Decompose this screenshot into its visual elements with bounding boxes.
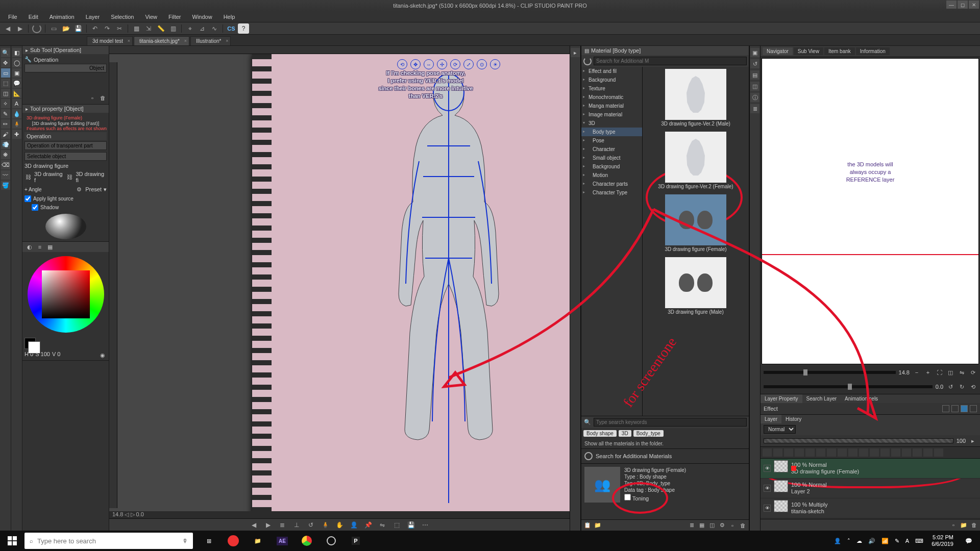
wand-tool-icon[interactable]: ✧ xyxy=(1,99,10,108)
layerprop-tab[interactable]: Layer Property xyxy=(761,394,802,403)
tray-up-icon[interactable]: ˄ xyxy=(847,538,850,544)
obj-body-icon[interactable]: 👤 xyxy=(348,520,360,530)
new-raster-icon[interactable] xyxy=(859,448,868,457)
nav-tab[interactable]: Item bank xyxy=(824,47,855,55)
refresh-icon[interactable] xyxy=(583,57,592,65)
snap-icon[interactable]: ⌖ xyxy=(184,23,195,34)
layer-row[interactable]: 👁100 % NormalLayer 1 xyxy=(761,518,980,519)
tree-node[interactable]: Small object xyxy=(581,154,642,162)
obj-reset-icon[interactable]: ↺ xyxy=(305,520,317,530)
obj-pose-icon[interactable]: 🧍 xyxy=(319,520,331,530)
lock-trans-icon[interactable] xyxy=(763,448,772,457)
paste-material-icon[interactable]: 📋 xyxy=(583,521,592,530)
snap2-icon[interactable]: ⊿ xyxy=(197,23,208,34)
doc-tab[interactable]: Illustration*× xyxy=(190,36,231,45)
undo-icon[interactable]: ↶ xyxy=(89,23,101,34)
layerprop-tab[interactable]: Animation cels xyxy=(841,394,882,403)
layer-row[interactable]: 👁100 % NormalLayer 2 xyxy=(761,479,980,498)
toolbar-back-icon[interactable]: ◀ xyxy=(2,23,13,34)
layer-visibility-icon[interactable]: 👁 xyxy=(764,485,771,492)
doc-tab[interactable]: 3d model test× xyxy=(87,36,133,45)
layerpanel-tab[interactable]: History xyxy=(781,415,805,423)
material-thumb[interactable]: 3D drawing figure (Female) xyxy=(645,194,747,253)
pencil-tool-icon[interactable]: ✏ xyxy=(1,119,10,129)
tray-lang[interactable]: A xyxy=(905,538,909,544)
clip-studio-paint-icon[interactable]: P xyxy=(344,531,368,551)
tree-node[interactable]: Effect and fil xyxy=(581,67,642,76)
layer-color-icon[interactable] xyxy=(838,448,847,457)
tree-node[interactable]: Background xyxy=(581,76,642,84)
after-effects-icon[interactable]: AE xyxy=(271,531,294,551)
nav-tab[interactable]: Sub View xyxy=(794,47,823,55)
obj-model-icon[interactable]: ⬚ xyxy=(390,520,403,530)
material-thumb[interactable]: 3D drawing figure (Male) xyxy=(645,257,747,316)
color-slider-tab-icon[interactable]: ≡ xyxy=(36,243,44,251)
draft-icon[interactable] xyxy=(805,448,815,457)
additional-search-row[interactable]: Search for Additional Materials xyxy=(581,448,749,463)
clip-studio-launcher-icon[interactable] xyxy=(320,531,343,551)
shadow-checkbox[interactable] xyxy=(32,204,38,211)
auto-action-icon[interactable]: ▤ xyxy=(750,70,760,80)
fill-tool-icon[interactable]: 🪣 xyxy=(1,181,10,190)
layer-move-icon[interactable]: ⬚ xyxy=(1,79,10,88)
tree-node[interactable]: Character parts xyxy=(581,180,642,188)
subtool-del-icon[interactable]: 🗑 xyxy=(99,94,107,102)
tree-node[interactable]: Character Type xyxy=(581,188,642,197)
taskbar-search[interactable]: ⌕ 🎙 xyxy=(24,533,193,549)
menu-view[interactable]: View xyxy=(140,13,162,21)
tree-node[interactable]: 3D xyxy=(581,119,642,128)
3d-tool-icon[interactable]: 🧍 xyxy=(12,119,21,129)
obj-next-icon[interactable]: ▶ xyxy=(262,520,274,530)
obj-hand-icon[interactable]: ✋ xyxy=(333,520,346,530)
opera-icon[interactable] xyxy=(222,531,245,551)
tree-node[interactable]: Manga material xyxy=(581,102,642,110)
effect-layer-color-icon[interactable] xyxy=(961,405,968,412)
preset-label[interactable]: Preset xyxy=(85,186,102,192)
tree-node[interactable]: Motion xyxy=(581,171,642,180)
obj-prev-icon[interactable]: ◀ xyxy=(248,520,260,530)
obj-more-icon[interactable]: ⋯ xyxy=(419,520,431,530)
new-material-icon[interactable]: ▫ xyxy=(728,521,737,530)
effect-extract-icon[interactable] xyxy=(970,405,977,412)
view-list-icon[interactable]: ≣ xyxy=(688,521,696,530)
material-tag[interactable]: Body_type xyxy=(633,430,664,437)
window-close-button[interactable]: ✕ xyxy=(969,1,979,9)
menu-layer[interactable]: Layer xyxy=(81,13,105,21)
link2-icon[interactable]: ⛓ xyxy=(66,173,74,181)
mask-icon[interactable] xyxy=(913,448,922,457)
transform-icon[interactable]: ⇲ xyxy=(143,23,154,34)
tray-volume-icon[interactable]: 🔊 xyxy=(868,538,875,544)
folder-icon[interactable]: 📁 xyxy=(594,521,602,530)
tree-node[interactable]: Background xyxy=(581,162,642,171)
layer-row[interactable]: 👁100 % Normal3D drawing figure (Female) xyxy=(761,459,980,479)
action-center-icon[interactable]: 💬 xyxy=(958,531,980,551)
link-icon[interactable]: ⛓ xyxy=(24,173,32,181)
open-file-icon[interactable]: 📂 xyxy=(60,23,71,34)
pen-tool-icon[interactable]: ✎ xyxy=(1,109,10,118)
layer-visibility-icon[interactable]: 👁 xyxy=(764,465,771,472)
opacity-stepper-icon[interactable]: ▸ xyxy=(969,437,977,445)
layer-trash-icon[interactable]: 🗑 xyxy=(970,521,978,529)
obj-reg-icon[interactable]: 📌 xyxy=(362,520,374,530)
quick-access-icon[interactable]: ▣ xyxy=(750,48,760,57)
obj-flip-icon[interactable]: ⇋ xyxy=(376,520,388,530)
3d-figure[interactable] xyxy=(372,64,525,513)
zoom-slider[interactable] xyxy=(764,371,896,374)
nav-tab[interactable]: Information xyxy=(856,47,890,55)
start-button[interactable] xyxy=(0,531,24,551)
taskbar-search-input[interactable] xyxy=(37,537,178,545)
color-set-tab-icon[interactable]: ▦ xyxy=(46,243,54,251)
color-wheel-tab-icon[interactable]: ◐ xyxy=(26,243,34,251)
menu-help[interactable]: Help xyxy=(218,13,240,21)
actual-icon[interactable]: ◫ xyxy=(946,368,954,377)
brush-tool-icon[interactable]: 🖌 xyxy=(1,130,10,139)
subtool-add-icon[interactable]: ▫ xyxy=(88,94,96,102)
new-folder-icon[interactable] xyxy=(880,448,890,457)
selectable-object-dropdown[interactable]: Selectable object xyxy=(24,152,107,161)
navigator-preview[interactable]: the 3D models will always occupy a REFER… xyxy=(762,58,979,364)
layerprop-tab[interactable]: Search Layer xyxy=(802,394,841,403)
eyedrop-tool-icon[interactable]: 💧 xyxy=(12,109,21,118)
light-sphere[interactable] xyxy=(45,214,86,239)
transparent-part-dropdown[interactable]: Operation of transparent part xyxy=(24,141,107,150)
view-large-icon[interactable]: ◫ xyxy=(708,521,716,530)
